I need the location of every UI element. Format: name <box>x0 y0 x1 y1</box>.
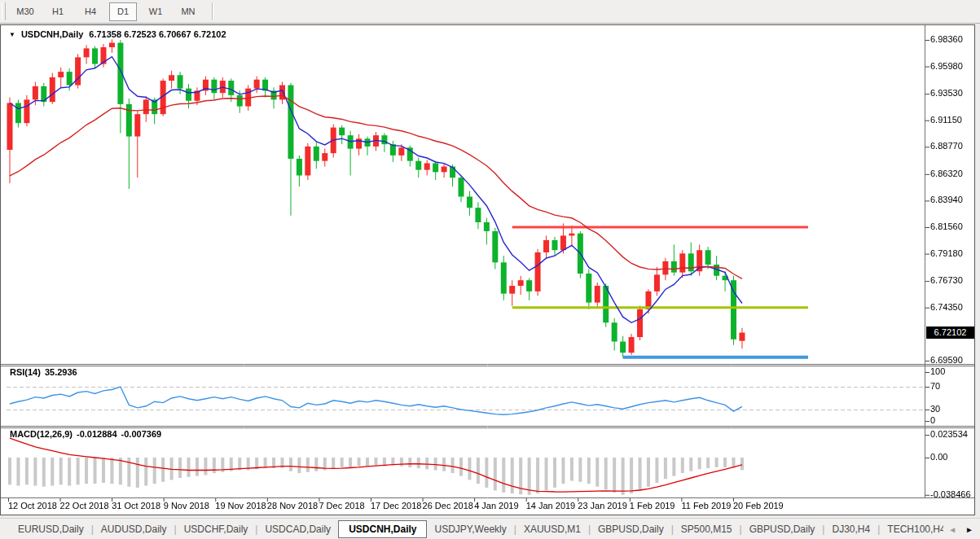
rsi-label: RSI(14)35.2936 <box>10 367 77 377</box>
chart-tab-dj30[interactable]: DJ30,H4 <box>824 520 877 538</box>
rsi-axis-label: 30 <box>930 404 940 414</box>
rsi-axis-label: 70 <box>930 381 940 391</box>
timeframe-button-h4[interactable]: H4 <box>77 2 104 21</box>
rsi-axis-label: 0 <box>930 415 935 425</box>
price-axis-label: 6.86320 <box>930 169 963 178</box>
price-axis-label: 6.74350 <box>930 302 963 312</box>
date-axis-label: 12 Oct 2018 <box>8 501 57 511</box>
macd-axis-label: 0.023534 <box>930 429 968 439</box>
timeframe-button-d1[interactable]: D1 <box>109 2 137 21</box>
timeframe-button-h1[interactable]: H1 <box>44 2 72 21</box>
price-chart-canvas[interactable] <box>0 0 980 539</box>
date-axis-label: 31 Oct 2018 <box>112 501 160 511</box>
date-axis-label: 20 Feb 2019 <box>733 501 784 511</box>
toolbar-grip[interactable] <box>2 2 6 20</box>
price-axis-label: 6.93530 <box>930 88 963 98</box>
date-axis-label: 19 Nov 2018 <box>215 501 266 511</box>
timeframe-button-m30[interactable]: M30 <box>11 2 39 21</box>
symbol-dropdown-icon[interactable]: ▼ <box>9 31 15 38</box>
chart-tab-xauusd[interactable]: XAUUSD,M1 <box>516 520 588 538</box>
price-axis-label: 6.98360 <box>930 34 963 44</box>
macd-main-value: -0.012884 <box>77 429 117 439</box>
chart-tab-usdchf[interactable]: USDCHF,Daily <box>177 520 256 538</box>
date-axis-label: 26 Dec 2018 <box>423 501 473 511</box>
macd-axis-label: 0.00 <box>930 452 947 462</box>
timeframe-button-mn[interactable]: MN <box>174 2 202 21</box>
tabs-scroll-right-icon[interactable]: ► <box>965 525 973 534</box>
date-axis-label: 1 Feb 2019 <box>630 501 675 511</box>
rsi-label-text: RSI(14) <box>10 367 41 377</box>
tabs-scroll-left-icon[interactable]: ◄ <box>948 525 956 534</box>
chart-tabs-bar: EURUSD,Daily|AUDUSD,Daily|USDCHF,Daily|U… <box>0 518 980 539</box>
rsi-axis-label: 100 <box>930 366 945 376</box>
date-axis-label: 17 Dec 2018 <box>371 501 421 511</box>
date-axis-label: 11 Feb 2019 <box>681 501 731 511</box>
date-axis-label: 4 Jan 2019 <box>474 501 518 511</box>
price-axis-label: 6.95980 <box>930 61 963 71</box>
chart-tab-gbpusd[interactable]: GBPUSD,Daily <box>591 520 671 538</box>
price-axis-label: 6.88770 <box>930 141 963 151</box>
price-axis-label: 6.79180 <box>930 248 963 258</box>
chart-tab-audusd[interactable]: AUDUSD,Daily <box>94 520 174 538</box>
date-axis-label: 23 Jan 2019 <box>578 501 627 511</box>
chart-tabs: EURUSD,Daily|AUDUSD,Daily|USDCHF,Daily|U… <box>0 520 980 538</box>
chart-tab-usdcad[interactable]: USDCAD,Daily <box>257 520 338 538</box>
current-price-badge: 6.72102 <box>926 326 974 339</box>
price-axis-label: 6.91150 <box>930 115 962 125</box>
toolbar-divider <box>212 2 213 20</box>
chart-symbol-label: USDCNH,Daily <box>21 29 83 39</box>
date-axis-label: 28 Nov 2018 <box>267 501 318 511</box>
date-axis-label: 14 Jan 2019 <box>526 501 576 511</box>
chart-tab-gbpusd[interactable]: GBPUSD,Daily <box>742 520 823 538</box>
chart-tab-sp500[interactable]: SP500,M15 <box>674 520 740 538</box>
macd-axis-label: -0.038466 <box>930 489 971 499</box>
price-axis-label: 6.81560 <box>930 221 963 231</box>
chart-tab-usdcnh[interactable]: USDCNH,Daily <box>338 520 427 538</box>
chart-tab-eurusd[interactable]: EURUSD,Daily <box>11 520 91 538</box>
timeframe-button-w1[interactable]: W1 <box>142 2 169 21</box>
macd-label: MACD(12,26,9)-0.012884-0.007369 <box>10 429 161 439</box>
date-axis-label: 7 Dec 2018 <box>319 501 364 511</box>
chart-tab-usdjpy[interactable]: USDJPY,Weekly <box>427 520 513 538</box>
date-axis-label: 22 Oct 2018 <box>60 501 109 511</box>
chart-tab-tech100[interactable]: TECH100,H4 <box>880 520 952 538</box>
price-axis-label: 6.76730 <box>930 275 963 285</box>
macd-label-text: MACD(12,26,9) <box>10 429 73 439</box>
price-axis-label: 6.83940 <box>930 195 963 204</box>
price-axis-label: 6.69590 <box>930 355 963 365</box>
tabs-scroll-controls: ◄ ► <box>943 519 980 539</box>
rsi-value: 35.2936 <box>45 367 77 377</box>
chart-ohlc-values: 6.71358 6.72523 6.70667 6.72102 <box>89 29 226 39</box>
date-axis-label: 9 Nov 2018 <box>164 501 209 511</box>
timeframe-buttons: M30H1H4D1W1MN <box>9 2 204 21</box>
chart-title: ▼USDCNH,Daily6.71358 6.72523 6.70667 6.7… <box>9 29 226 39</box>
timeframe-toolbar: M30H1H4D1W1MN <box>0 0 980 24</box>
macd-signal-value: -0.007369 <box>121 429 162 439</box>
